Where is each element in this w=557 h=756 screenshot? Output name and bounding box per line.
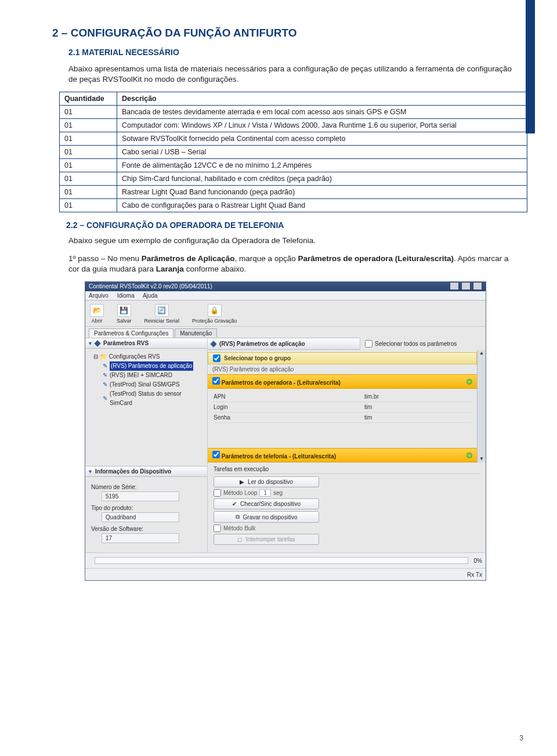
label-serial: Número de Série: [91, 484, 201, 490]
tree-item-aplicacao[interactable]: ✎(RVS) Parâmetros de aplicação [93, 361, 204, 371]
tab-parametros[interactable]: Parâmetros & Configurações [89, 328, 173, 338]
label-type: Tipo do produto: [91, 505, 201, 511]
checkbox-loop[interactable] [214, 489, 221, 497]
paragraph-22a: Abaixo segue um exemplo de configuração … [68, 236, 519, 246]
status-led-icon [466, 379, 472, 385]
label-apn: APN [214, 393, 364, 400]
table-row: 01Sotware RVSToolKit fornecido pela Cont… [60, 132, 527, 146]
tree-item-imei[interactable]: ✎(RVS) IMEI + SIMCARD [93, 371, 204, 380]
table-row: 01Fonte de alimentação 12VCC e de no mín… [60, 159, 527, 172]
restart-icon: 🔄 [155, 304, 169, 317]
bulk-row[interactable]: Método Bulk [214, 525, 480, 532]
tab-strip[interactable]: Parâmetros & Configurações Manutenção [85, 327, 486, 338]
group-subheader: (RVS) Parâmetros de aplicação [208, 364, 477, 374]
table-header-row: Quantidade Descrição [60, 92, 527, 106]
tree-item-sinal[interactable]: ✎(TestProd) Sinal GSM/GPS [93, 380, 204, 389]
device-info: Número de Série: 5195 Tipo do produto: Q… [85, 477, 207, 552]
loop-seconds[interactable]: 1 [259, 489, 271, 497]
checkbox-select-all[interactable] [365, 340, 372, 348]
open-icon: 📂 [90, 304, 104, 317]
panel-header-aplicacao: (RVS) Parâmetros de aplicação [208, 338, 360, 350]
screenshot-app-window: Continental RVSToolKit v2.0 rev20 (05/04… [85, 281, 486, 581]
th-descricao: Descrição [117, 92, 527, 106]
status-led-icon [466, 453, 472, 458]
progress-text: 0% [474, 558, 482, 564]
table-row: 01Cabo serial / USB – Serial [60, 146, 527, 159]
value-type: Quadriband [102, 512, 179, 522]
window-title: Continental RVSToolKit v2.0 rev20 (05/04… [89, 282, 212, 291]
menu-idioma[interactable]: Idioma [117, 292, 135, 299]
value-apn[interactable]: tim.br [364, 393, 379, 400]
chevron-down-icon: ▾ [89, 468, 92, 475]
stop-icon: ◻ [237, 536, 242, 542]
minimize-icon[interactable] [450, 282, 459, 290]
checkbox-group-select[interactable] [213, 355, 220, 362]
btn-write[interactable]: ⧉Gravar no dispositivo [214, 511, 319, 523]
btn-stop: ◻Interromper tarefas [214, 534, 319, 545]
maximize-icon[interactable] [461, 282, 471, 290]
section-operadora[interactable]: Parâmetros de operadora - (Leitura/escri… [208, 374, 477, 389]
paragraph-21: Abaixo apresentamos uma lista de materia… [68, 64, 519, 85]
checkbox-bulk[interactable] [214, 525, 221, 532]
progressbar [95, 557, 468, 564]
value-serial: 5195 [102, 491, 179, 501]
materials-table: Quantidade Descrição 01Bancada de testes… [59, 92, 527, 212]
play-icon: ▶ [240, 479, 244, 485]
checkbox-operadora[interactable] [212, 377, 220, 385]
scroll-up-icon[interactable]: ▲ [479, 350, 484, 357]
menu-ajuda[interactable]: Ajuda [143, 292, 158, 299]
vertical-scrollbar[interactable]: ▲ ▼ [477, 350, 486, 462]
value-senha[interactable]: tim [364, 414, 372, 421]
toolbar-protecao[interactable]: 🔒Proteção Gravação [192, 304, 237, 324]
btn-read[interactable]: ▶Ler do dispositivo [214, 476, 319, 487]
table-row: 01Cabo de configurações para o Rastrear … [60, 199, 527, 212]
checkbox-telefonia[interactable] [212, 451, 220, 458]
diamond-icon [94, 340, 100, 346]
section-telefonia[interactable]: Parâmetros de telefonia - (Leitura/escri… [208, 448, 477, 462]
label-sw: Versão de Software: [91, 526, 201, 532]
value-sw: 17 [102, 533, 179, 543]
value-login[interactable]: tim [364, 404, 372, 410]
th-quantidade: Quantidade [60, 92, 117, 106]
window-controls[interactable] [449, 282, 482, 291]
table-row: 01Bancada de testes devidamente aterrada… [60, 106, 527, 119]
panel-header-parametros-rvs: ▾ Parâmetros RVS [85, 338, 207, 349]
config-tree[interactable]: ⊟ 📁 Configurações RVS ✎(RVS) Parâmetros … [85, 349, 207, 414]
toolbar-reiniciar[interactable]: 🔄Reiniciar Serial [144, 304, 180, 324]
group-select-bar[interactable]: Selecionar topo o grupo [208, 352, 477, 364]
close-icon[interactable] [473, 282, 482, 290]
operadora-fields: APNtim.br Logintim Senhatim [208, 389, 477, 431]
statusbar: 0% [85, 552, 486, 568]
table-row: 01Chip Sim-Card funcional, habilitado e … [60, 172, 527, 186]
panel-header-device-info: ▾ Informações do Dispositivo [85, 466, 207, 477]
chevron-down-icon: ▾ [89, 340, 92, 346]
titlebar[interactable]: Continental RVSToolKit v2.0 rev20 (05/04… [85, 282, 486, 291]
pen-icon: ✎ [103, 380, 107, 389]
btn-check[interactable]: ✔Checar/Sinc dispositivo [214, 498, 319, 509]
tab-manutencao[interactable]: Manutenção [175, 328, 217, 338]
save-icon: 💾 [117, 304, 131, 317]
menu-arquivo[interactable]: Arquivo [89, 292, 108, 299]
label-login: Login [214, 404, 364, 410]
menubar[interactable]: Arquivo Idioma Ajuda [85, 291, 486, 301]
pen-icon: ✎ [103, 371, 107, 380]
write-icon: ⧉ [236, 513, 240, 520]
tree-root[interactable]: ⊟ 📁 Configurações RVS [93, 352, 204, 361]
statusbar-rxtx: Rx Tx [85, 568, 486, 580]
heading-22: 2.2 – CONFIGURAÇÃO DA OPERADORA DE TELEF… [66, 220, 519, 230]
toolbar: 📂Abrir 💾Salvar 🔄Reiniciar Serial 🔒Proteç… [85, 301, 486, 327]
toolbar-salvar[interactable]: 💾Salvar [117, 304, 132, 324]
table-row: 01Computador com: Windows XP / Linux / V… [60, 119, 527, 132]
label-senha: Senha [214, 414, 364, 421]
heading-21: 2.1 MATERIAL NECESSÁRIO [68, 48, 519, 57]
pen-icon: ✎ [103, 361, 107, 371]
page-number: 3 [519, 734, 523, 742]
lock-icon: 🔒 [208, 304, 222, 317]
page-accent-bar [526, 0, 535, 133]
scroll-down-icon[interactable]: ▼ [479, 455, 484, 462]
rxtx-label: Rx Tx [467, 571, 482, 578]
tree-item-simcard[interactable]: ✎(TestProd) Status do sensor SimCard [93, 389, 204, 408]
select-all-row[interactable]: Selecionar todos os parâmetros [360, 338, 486, 350]
toolbar-abrir[interactable]: 📂Abrir [90, 304, 104, 324]
loop-row[interactable]: Método Loop1seg [214, 489, 480, 497]
